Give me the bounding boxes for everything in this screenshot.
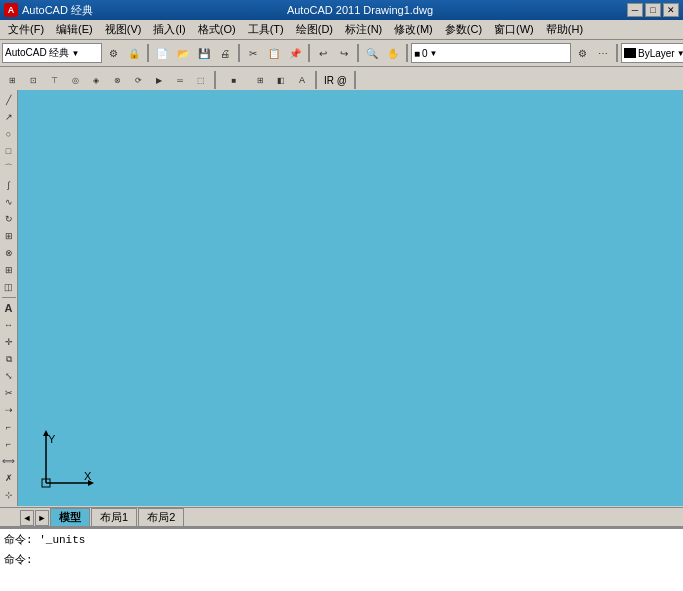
tb2-lw-btn[interactable]: ═ [170, 70, 190, 90]
tb2-tpt-btn[interactable]: ⬚ [191, 70, 211, 90]
sb-chamfer-btn[interactable]: ⌐ [1, 436, 17, 452]
color-dropdown[interactable]: ByLayer ▼ [621, 43, 683, 63]
redo-btn[interactable]: ↪ [334, 43, 354, 63]
close-button[interactable]: ✕ [663, 3, 679, 17]
sb-separator [2, 297, 16, 298]
sb-extend-btn[interactable]: ⇢ [1, 402, 17, 418]
menu-view[interactable]: 视图(V) [99, 21, 148, 38]
tb2-model-btn[interactable]: ■ [219, 70, 249, 90]
undo-btn[interactable]: ↩ [313, 43, 333, 63]
tab-nav-right-btn[interactable]: ► [35, 510, 49, 526]
command-input-row[interactable] [0, 569, 683, 589]
tb2-grid-btn[interactable]: ⊡ [23, 70, 43, 90]
sb-offset-btn[interactable]: ◫ [1, 279, 17, 295]
toolbar-sep-10 [315, 71, 317, 89]
left-sidebar: ╱ ↗ ○ □ ⌒ ∫ ∿ ↻ ⊞ ⊗ ⊞ ◫ A ↔ ✛ ⧉ ⤡ ✂ ⇢ ⌐ … [0, 90, 18, 506]
tb2-ws-btn[interactable]: ◧ [271, 70, 291, 90]
sb-line-btn[interactable]: ╱ [1, 92, 17, 108]
toolbar-row-1: AutoCAD 经典 ▼ ⚙ 🔒 📄 📂 💾 🖨 ✂ 📋 📌 ↩ ↪ 🔍 ✋ ■… [2, 41, 681, 65]
sb-dim-btn[interactable]: ↔ [1, 317, 17, 333]
layer-more-btn[interactable]: ⋯ [593, 43, 613, 63]
sb-array-btn[interactable]: ⊞ [1, 262, 17, 278]
sb-circle-btn[interactable]: ○ [1, 126, 17, 142]
toolbar-sep-6 [616, 44, 618, 62]
sb-arc-btn[interactable]: ⌒ [1, 160, 17, 176]
tb2-annotate-btn[interactable]: A [292, 70, 312, 90]
menu-modify[interactable]: 修改(M) [388, 21, 439, 38]
toolbar-sep-4 [357, 44, 359, 62]
command-text-1: 命令: '_units [4, 532, 85, 547]
sb-trim-btn[interactable]: ✂ [1, 385, 17, 401]
title-bar: A AutoCAD 经典 AutoCAD 2011 Drawing1.dwg ─… [0, 0, 683, 20]
sb-scale-btn[interactable]: ⟺ [1, 453, 17, 469]
color-arrow: ▼ [677, 49, 683, 58]
tab-bar: ◄ ► 模型 布局1 布局2 [0, 507, 683, 527]
sb-stretch-btn[interactable]: ⤡ [1, 368, 17, 384]
tab-layout2[interactable]: 布局2 [138, 508, 184, 526]
zoom-btn[interactable]: 🔍 [362, 43, 382, 63]
maximize-button[interactable]: □ [645, 3, 661, 17]
sb-spline-btn[interactable]: ∫ [1, 177, 17, 193]
menu-insert[interactable]: 插入(I) [147, 21, 191, 38]
app-icon: A [4, 3, 18, 17]
menu-params[interactable]: 参数(C) [439, 21, 488, 38]
sb-hatch-btn[interactable]: ⊞ [1, 228, 17, 244]
sb-explode-btn[interactable]: ⊹ [1, 487, 17, 503]
menu-format[interactable]: 格式(O) [192, 21, 242, 38]
app-title: AutoCAD 经典 [22, 3, 93, 18]
toolbar-area: AutoCAD 经典 ▼ ⚙ 🔒 📄 📂 💾 🖨 ✂ 📋 📌 ↩ ↪ 🔍 ✋ ■… [0, 40, 683, 67]
new-btn[interactable]: 📄 [152, 43, 172, 63]
tab-layout1[interactable]: 布局1 [91, 508, 137, 526]
workspace-lock-btn[interactable]: 🔒 [124, 43, 144, 63]
window-controls: ─ □ ✕ [627, 3, 679, 17]
sb-fillet-btn[interactable]: ⌐ [1, 419, 17, 435]
menu-dimension[interactable]: 标注(N) [339, 21, 388, 38]
layer-dropdown[interactable]: ■ 0 ▼ [411, 43, 571, 63]
tb2-osnap-btn[interactable]: ◈ [86, 70, 106, 90]
sb-text-btn[interactable]: A [1, 300, 17, 316]
workspace-label: AutoCAD 经典 [5, 46, 69, 60]
menu-file[interactable]: 文件(F) [2, 21, 50, 38]
toolbar-sep-2 [238, 44, 240, 62]
minimize-button[interactable]: ─ [627, 3, 643, 17]
drawing-canvas[interactable]: Y X [18, 90, 683, 506]
tb2-snap-btn[interactable]: ⊞ [2, 70, 22, 90]
open-btn[interactable]: 📂 [173, 43, 193, 63]
command-area: 命令: '_units 命令: [0, 527, 683, 591]
save-btn[interactable]: 💾 [194, 43, 214, 63]
paste-btn[interactable]: 📌 [285, 43, 305, 63]
sb-mirror-btn[interactable]: ⊗ [1, 245, 17, 261]
menu-draw[interactable]: 绘图(D) [290, 21, 339, 38]
sb-rotate-btn[interactable]: ↻ [1, 211, 17, 227]
tb2-sc-btn[interactable]: ⊞ [250, 70, 270, 90]
tb2-dyn-btn[interactable]: ▶ [149, 70, 169, 90]
plot-btn[interactable]: 🖨 [215, 43, 235, 63]
copy-btn[interactable]: 📋 [264, 43, 284, 63]
tab-nav-left-btn[interactable]: ◄ [20, 510, 34, 526]
menu-edit[interactable]: 编辑(E) [50, 21, 99, 38]
layer-settings-btn[interactable]: ⚙ [572, 43, 592, 63]
tab-model[interactable]: 模型 [50, 508, 90, 526]
tb2-ducs-btn[interactable]: ⟳ [128, 70, 148, 90]
menu-help[interactable]: 帮助(H) [540, 21, 589, 38]
sb-move-btn[interactable]: ✛ [1, 334, 17, 350]
tb2-otrack-btn[interactable]: ⊗ [107, 70, 127, 90]
sb-freehand-btn[interactable]: ∿ [1, 194, 17, 210]
pan-btn[interactable]: ✋ [383, 43, 403, 63]
workspace-dropdown[interactable]: AutoCAD 经典 ▼ [2, 43, 102, 63]
tb2-ortho-btn[interactable]: ⊤ [44, 70, 64, 90]
menu-window[interactable]: 窗口(W) [488, 21, 540, 38]
toolbar-sep-5 [406, 44, 408, 62]
tb2-polar-btn[interactable]: ◎ [65, 70, 85, 90]
command-input[interactable] [4, 573, 679, 585]
coordinate-axes: Y X [26, 428, 96, 498]
command-text-2: 命令: [4, 552, 33, 567]
workspace-settings-btn[interactable]: ⚙ [103, 43, 123, 63]
layer-arrow: ▼ [430, 49, 438, 58]
sb-copy-obj-btn[interactable]: ⧉ [1, 351, 17, 367]
sb-erase-btn[interactable]: ✗ [1, 470, 17, 486]
cut-btn[interactable]: ✂ [243, 43, 263, 63]
sb-rect-btn[interactable]: □ [1, 143, 17, 159]
menu-tools[interactable]: 工具(T) [242, 21, 290, 38]
sb-polyline-btn[interactable]: ↗ [1, 109, 17, 125]
